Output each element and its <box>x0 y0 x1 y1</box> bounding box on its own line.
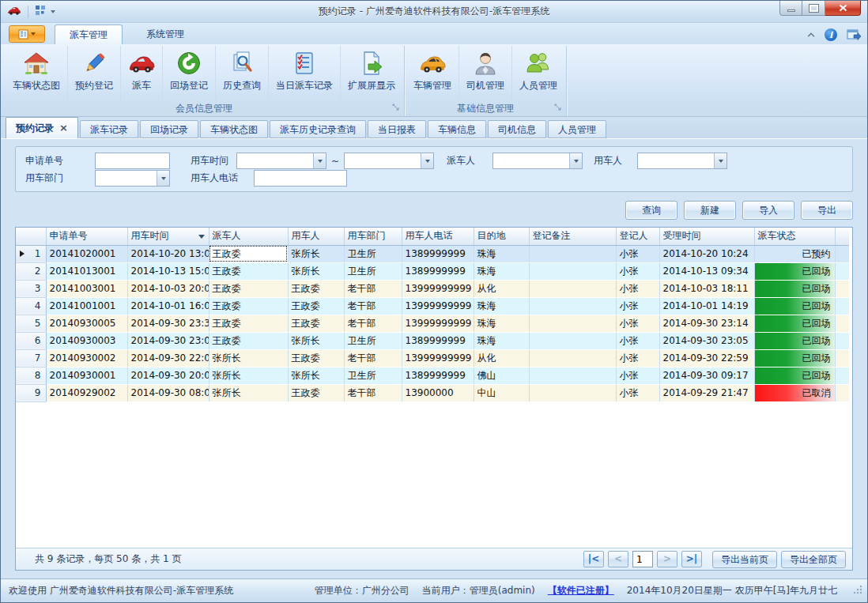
cell-registrar[interactable]: 小张 <box>616 262 659 280</box>
cell-phone[interactable]: 1389999999 <box>402 367 474 384</box>
cell-accept_time[interactable]: 2014-10-03 18:11 <box>659 280 754 297</box>
cell-remark[interactable] <box>529 262 616 280</box>
cell-dest[interactable]: 珠海 <box>474 297 529 315</box>
cell-use_time[interactable]: 2014-09-30 08:00 <box>127 384 209 401</box>
cell-apply_no[interactable]: 20140930005 <box>46 315 127 332</box>
cell-phone[interactable]: 1389999999 <box>402 262 474 280</box>
cell-accept_time[interactable]: 2014-10-20 10:24 <box>659 245 754 262</box>
doc-tab-9[interactable]: 人员管理 <box>548 120 606 138</box>
grid-header-status[interactable]: 派车状态 <box>754 228 835 245</box>
chevron-down-icon[interactable] <box>313 153 326 168</box>
cell-registrar[interactable]: 小张 <box>616 245 659 262</box>
cell-registrar[interactable]: 小张 <box>616 315 659 332</box>
export-button[interactable]: 导出 <box>801 201 853 220</box>
cell-use_time[interactable]: 2014-09-30 22:00 <box>127 349 209 367</box>
cell-dest[interactable]: 珠海 <box>474 262 529 280</box>
doc-tab-1[interactable]: 预约记录× <box>6 117 78 138</box>
cell-dept[interactable]: 卫生所 <box>344 245 402 262</box>
doc-tab-5[interactable]: 派车历史记录查询 <box>270 120 366 138</box>
table-row[interactable]: 4201410010012014-10-01 16:00王政委王政委老干部139… <box>16 297 849 315</box>
grid-header-accept-time[interactable]: 受理时间 <box>659 228 754 245</box>
collapse-ribbon-icon[interactable] <box>807 32 815 37</box>
grid-header-dept[interactable]: 用车部门 <box>344 228 402 245</box>
quick-access-layout-icon[interactable] <box>35 5 46 18</box>
dialog-launcher-icon[interactable] <box>554 103 562 114</box>
row-indicator[interactable]: 3 <box>16 280 46 297</box>
cell-dest[interactable]: 从化 <box>474 280 529 297</box>
table-row[interactable]: 6201409300032014-09-30 23:00王政委张所长卫生所138… <box>16 332 849 349</box>
info-icon[interactable]: i <box>825 28 837 41</box>
cell-dest[interactable]: 珠海 <box>474 332 529 349</box>
close-button[interactable] <box>825 1 861 16</box>
ribbon-button-history-query[interactable]: 历史查询 <box>216 46 269 101</box>
cell-registrar[interactable]: 小张 <box>616 297 659 315</box>
maximize-button[interactable] <box>802 1 825 16</box>
cell-remark[interactable] <box>529 349 616 367</box>
cell-remark[interactable] <box>529 367 616 384</box>
cell-user[interactable]: 王政委 <box>288 297 344 315</box>
cell-phone[interactable]: 13999999999 <box>402 280 474 297</box>
table-row[interactable]: 2201410130012014-10-13 15:00王政委张所长卫生所138… <box>16 262 849 280</box>
grid-header-phone[interactable]: 用车人电话 <box>402 228 474 245</box>
cell-accept_time[interactable]: 2014-10-13 09:34 <box>659 262 754 280</box>
cell-use_time[interactable]: 2014-10-13 15:00 <box>127 262 209 280</box>
cell-apply_no[interactable]: 20140930002 <box>46 349 127 367</box>
minimize-button[interactable] <box>779 1 802 16</box>
cell-user[interactable]: 王政委 <box>288 315 344 332</box>
cell-dispatcher[interactable]: 王政委 <box>209 315 288 332</box>
cell-use_time[interactable]: 2014-09-30 23:30 <box>127 315 209 332</box>
ribbon-button-return-register[interactable]: 回场登记 <box>163 46 216 101</box>
grid-header-use-time[interactable]: 用车时间 <box>127 228 209 245</box>
cell-status[interactable]: 已回场 <box>754 315 835 332</box>
cell-user[interactable]: 张所长 <box>288 332 344 349</box>
cell-use_time[interactable]: 2014-09-30 20:00 <box>127 367 209 384</box>
row-indicator[interactable]: 6 <box>16 332 46 349</box>
cell-remark[interactable] <box>529 280 616 297</box>
cell-apply_no[interactable]: 20140929002 <box>46 384 127 401</box>
cell-apply_no[interactable]: 20140930001 <box>46 367 127 384</box>
cell-dispatcher[interactable]: 张所长 <box>209 349 288 367</box>
cell-phone[interactable]: 13900000 <box>402 384 474 401</box>
row-indicator[interactable]: 2 <box>16 262 46 280</box>
grid-header-dest[interactable]: 目的地 <box>474 228 529 245</box>
quick-access-dropdown-icon[interactable] <box>51 10 55 13</box>
doc-tab-6[interactable]: 当日报表 <box>368 120 426 138</box>
grid-header-apply-no[interactable]: 申请单号 <box>46 228 127 245</box>
cell-apply_no[interactable]: 20141003001 <box>46 280 127 297</box>
cell-accept_time[interactable]: 2014-09-30 22:59 <box>659 349 754 367</box>
cell-status[interactable]: 已回场 <box>754 262 835 280</box>
ribbon-button-personnel-manage[interactable]: 人员管理 <box>512 46 564 101</box>
table-row[interactable]: 3201410030012014-10-03 20:00王政委王政委老干部139… <box>16 280 849 297</box>
cell-dispatcher[interactable]: 张所长 <box>209 367 288 384</box>
prev-page-button[interactable]: < <box>608 551 628 567</box>
cell-phone[interactable]: 13999999999 <box>402 297 474 315</box>
cell-registrar[interactable]: 小张 <box>616 367 659 384</box>
ribbon-button-reserve-register[interactable]: 预约登记 <box>68 46 121 101</box>
grid-header-remark[interactable]: 登记备注 <box>529 228 616 245</box>
skin-style-icon[interactable] <box>847 28 861 41</box>
ribbon-button-extend-screen[interactable]: 扩展屏显示 <box>341 46 402 101</box>
cell-status[interactable]: 已回场 <box>754 332 835 349</box>
cell-registrar[interactable]: 小张 <box>616 349 659 367</box>
cell-use_time[interactable]: 2014-10-01 16:00 <box>127 297 209 315</box>
row-indicator[interactable]: 7 <box>16 349 46 367</box>
table-row[interactable]: 8201409300012014-09-30 20:00张所长张所长卫生所138… <box>16 367 849 384</box>
table-row[interactable]: 9201409290022014-09-30 08:00张所长王政委老干部139… <box>16 384 849 401</box>
cell-dispatcher[interactable]: 王政委 <box>209 262 288 280</box>
ribbon-button-today-dispatch-records[interactable]: 当日派车记录 <box>269 46 341 101</box>
user-combo[interactable] <box>637 153 727 169</box>
cell-status[interactable]: 已回场 <box>754 280 835 297</box>
dialog-launcher-icon[interactable] <box>392 103 400 114</box>
new-button[interactable]: 新建 <box>684 201 736 220</box>
resize-grip-icon[interactable] <box>853 585 862 597</box>
ribbon-tab-dispatch[interactable]: 派车管理 <box>55 24 123 44</box>
row-indicator[interactable]: 8 <box>16 367 46 384</box>
dispatcher-combo[interactable] <box>492 153 583 169</box>
cell-dest[interactable]: 佛山 <box>474 367 529 384</box>
export-current-page-button[interactable]: 导出当前页 <box>712 551 777 568</box>
cell-status[interactable]: 已回场 <box>754 297 835 315</box>
grid-header-registrar[interactable]: 登记人 <box>616 228 659 245</box>
cell-dept[interactable]: 卫生所 <box>344 262 402 280</box>
cell-accept_time[interactable]: 2014-10-01 14:19 <box>659 297 754 315</box>
cell-user[interactable]: 王政委 <box>288 349 344 367</box>
